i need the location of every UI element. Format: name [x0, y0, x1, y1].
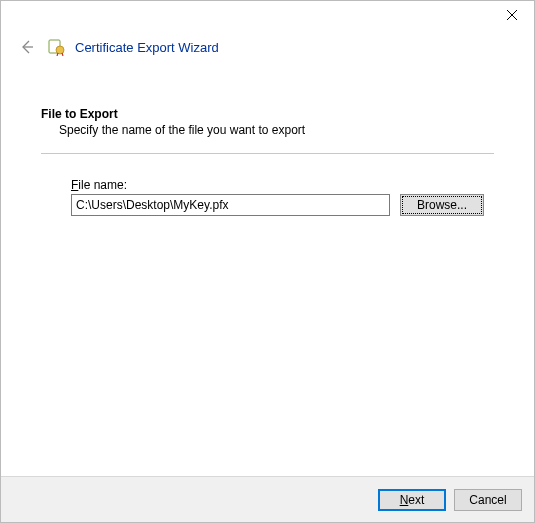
content-area: File to Export Specify the name of the f…: [1, 69, 534, 216]
close-icon: [507, 10, 517, 20]
file-name-field-group: File name: Browse...: [41, 178, 494, 216]
browse-button[interactable]: Browse...: [400, 194, 484, 216]
page-subheading: Specify the name of the file you want to…: [41, 123, 494, 137]
back-button[interactable]: [17, 37, 37, 57]
footer: Next Cancel: [1, 476, 534, 522]
wizard-title: Certificate Export Wizard: [75, 40, 219, 55]
svg-point-4: [56, 46, 64, 54]
file-name-input[interactable]: [71, 194, 390, 216]
file-name-label: File name:: [71, 178, 484, 192]
cancel-button[interactable]: Cancel: [454, 489, 522, 511]
next-button[interactable]: Next: [378, 489, 446, 511]
certificate-wizard-icon: [47, 38, 65, 56]
separator: [41, 153, 494, 154]
close-button[interactable]: [489, 1, 534, 29]
wizard-header: Certificate Export Wizard: [1, 31, 534, 69]
page-heading: File to Export: [41, 107, 494, 121]
titlebar: [1, 1, 534, 31]
back-arrow-icon: [19, 39, 35, 55]
